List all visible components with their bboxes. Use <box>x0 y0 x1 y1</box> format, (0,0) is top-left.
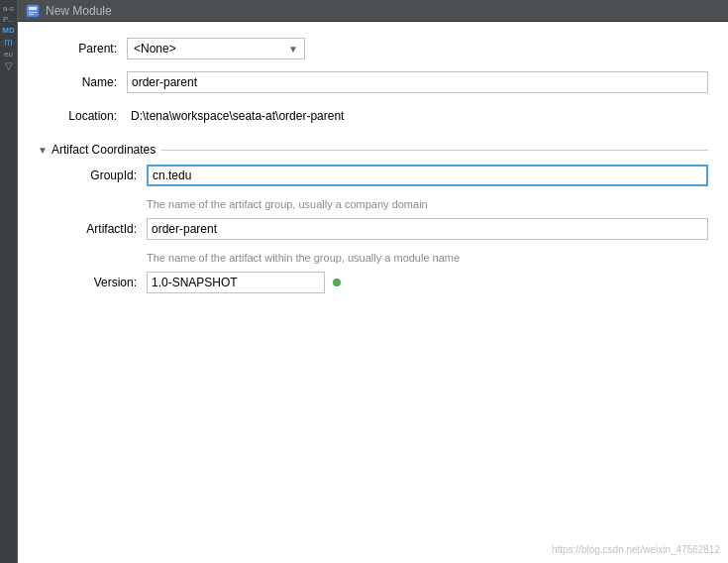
name-input[interactable] <box>127 71 708 93</box>
dialog-title: New Module <box>46 4 112 18</box>
version-row: Version: <box>57 272 708 293</box>
parent-dropdown-value: <None> <box>134 42 284 56</box>
left-sidebar: a-s P... MD m eu ▽ <box>0 0 18 563</box>
sidebar-item-6[interactable]: ▽ <box>1 60 17 71</box>
groupid-input[interactable] <box>147 165 708 186</box>
artifactid-label: ArtifactId: <box>57 222 147 236</box>
groupid-label: GroupId: <box>57 169 147 182</box>
location-control: D:\tena\workspace\seata-at\order-parent <box>127 105 708 127</box>
bottom-fill <box>38 305 708 547</box>
parent-label: Parent: <box>38 42 127 56</box>
sidebar-item-3[interactable]: MD <box>1 26 17 35</box>
svg-rect-0 <box>27 5 39 17</box>
artifact-section-header: ▼ Artifact Coordinates <box>38 143 708 157</box>
artifact-section-title: Artifact Coordinates <box>52 143 156 157</box>
groupid-control <box>147 165 708 186</box>
groupid-row: GroupId: <box>57 165 708 186</box>
watermark-text: https://blog.csdn.net/weixin_47562812 <box>552 544 720 555</box>
artifact-section-content: GroupId: The name of the artifact group,… <box>38 165 708 305</box>
name-row: Name: <box>38 71 708 93</box>
parent-dropdown[interactable]: <None> ▼ <box>127 38 305 59</box>
dropdown-arrow-icon: ▼ <box>288 44 298 55</box>
svg-rect-1 <box>29 7 37 10</box>
artifactid-input[interactable] <box>147 218 708 240</box>
artifactid-helper: The name of the artifact within the grou… <box>57 252 708 264</box>
version-label: Version: <box>57 276 147 289</box>
svg-rect-2 <box>29 12 37 13</box>
version-input[interactable] <box>147 272 325 293</box>
main-content: New Module Parent: <None> ▼ Name: Locati… <box>18 0 728 563</box>
sidebar-item-5[interactable]: eu <box>1 50 17 58</box>
module-icon <box>26 4 40 18</box>
artifactid-control <box>147 218 708 240</box>
sidebar-item-2[interactable]: P... <box>1 15 17 24</box>
groupid-helper: The name of the artifact group, usually … <box>57 198 708 210</box>
section-collapse-icon[interactable]: ▼ <box>38 145 48 156</box>
artifactid-row: ArtifactId: <box>57 218 708 240</box>
version-control <box>147 272 708 293</box>
location-value: D:\tena\workspace\seata-at\order-parent <box>127 105 708 127</box>
location-label: Location: <box>38 109 127 123</box>
version-row-inner <box>147 272 708 293</box>
version-status-dot <box>333 279 341 286</box>
title-bar: New Module <box>18 0 728 22</box>
svg-rect-3 <box>29 14 34 15</box>
parent-control: <None> ▼ <box>127 38 708 59</box>
name-label: Name: <box>38 75 127 89</box>
sidebar-item-1[interactable]: a-s <box>1 4 17 13</box>
location-row: Location: D:\tena\workspace\seata-at\ord… <box>38 105 708 127</box>
name-control <box>127 71 708 93</box>
parent-row: Parent: <None> ▼ <box>38 38 708 59</box>
section-divider <box>161 150 708 151</box>
dialog-form: Parent: <None> ▼ Name: Location: D:\tena… <box>18 22 728 563</box>
sidebar-item-4[interactable]: m <box>1 37 17 48</box>
